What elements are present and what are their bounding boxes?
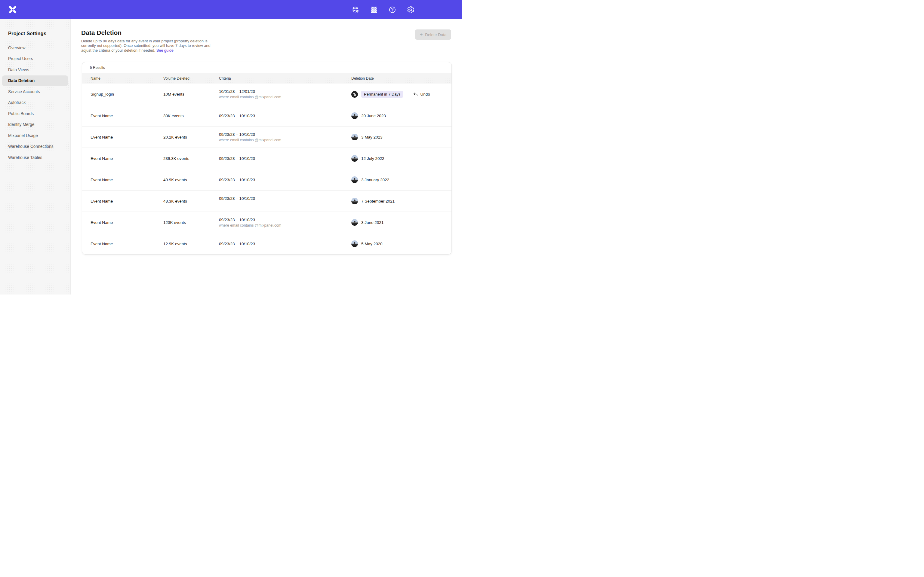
- avatar: [351, 113, 358, 119]
- deletion-date-label: 12 July 2022: [361, 156, 384, 161]
- sidebar-item-autotrack[interactable]: Autotrack: [2, 97, 68, 108]
- deletion-date-label: 3 May 2023: [361, 135, 383, 139]
- row-criteria-filter: [219, 202, 351, 206]
- column-header-deletion-date: Deletion Date: [351, 76, 451, 81]
- sidebar-item-warehouse-tables[interactable]: Warehouse Tables: [2, 152, 68, 163]
- row-criteria-range: 09/23/23 – 10/10/23: [219, 196, 351, 201]
- sidebar-item-identity-merge[interactable]: Identity Merge: [2, 119, 68, 131]
- sidebar-item-label: Data Views: [8, 68, 29, 72]
- help-icon[interactable]: [389, 6, 396, 13]
- row-deletion-date: 5 May 2020: [351, 240, 451, 247]
- delete-data-button[interactable]: + Delete Data: [415, 29, 451, 40]
- undo-button[interactable]: Undo: [413, 92, 430, 97]
- sidebar-item-project-users[interactable]: Project Users: [2, 53, 68, 64]
- row-volume-deleted: 48.3K events: [163, 199, 219, 203]
- table-row: Event Name 12.9K events 09/23/23 – 10/10…: [82, 233, 451, 254]
- row-volume-deleted: 123K events: [163, 220, 219, 225]
- avatar: [351, 134, 358, 140]
- row-event-name: Event Name: [90, 135, 163, 139]
- table-row: Event Name 49.9K events 09/23/23 – 10/10…: [82, 169, 451, 190]
- column-header-volume-deleted: Volume Deleted: [163, 76, 219, 81]
- row-volume-deleted: 49.9K events: [163, 177, 219, 182]
- row-criteria-filter: where email contains @mixpanel.com: [219, 95, 351, 99]
- row-deletion-date: 7 September 2021: [351, 198, 451, 205]
- row-event-name: Event Name: [90, 156, 163, 161]
- sidebar-item-label: Mixpanel Usage: [8, 134, 38, 138]
- sidebar-item-overview[interactable]: Overview: [2, 42, 68, 53]
- row-criteria: 09/23/23 – 10/10/23: [219, 196, 351, 206]
- sidebar-item-label: Autotrack: [8, 100, 26, 105]
- row-criteria-filter: where email contains @mixpanel.com: [219, 223, 351, 227]
- row-volume-deleted: 30K events: [163, 114, 219, 118]
- row-deletion-date: 3 May 2023: [351, 134, 451, 140]
- deletion-date-label: 5 May 2020: [361, 242, 383, 246]
- row-event-name: Signup_login: [90, 92, 163, 97]
- deletion-date-label: 3 January 2022: [361, 177, 389, 182]
- delete-data-button-label: Delete Data: [425, 32, 446, 37]
- row-event-name: Event Name: [90, 114, 163, 118]
- sidebar-item-data-views[interactable]: Data Views: [2, 64, 68, 76]
- table-header-row: Name Volume Deleted Criteria Deletion Da…: [82, 73, 451, 84]
- sidebar-item-service-accounts[interactable]: Service Accounts: [2, 86, 68, 97]
- deletion-requests-card: 5 Results Name Volume Deleted Criteria D…: [82, 62, 452, 255]
- row-deletion-date: 3 June 2021: [351, 219, 451, 226]
- mixpanel-logo-icon[interactable]: [8, 5, 17, 14]
- sidebar-item-label: Identity Merge: [8, 122, 34, 127]
- row-event-name: Event Name: [90, 177, 163, 182]
- page-description-text: Delete up to 90 days data for any event …: [81, 39, 210, 53]
- table-row: Event Name 48.3K events 09/23/23 – 10/10…: [82, 190, 451, 211]
- apps-grid-icon[interactable]: [370, 6, 378, 13]
- table-row: Event Name 20.2K events 09/23/23 – 10/10…: [82, 126, 451, 148]
- row-criteria-range: 10/01/23 – 12/01/23: [219, 89, 351, 94]
- sidebar-item-mixpanel-usage[interactable]: Mixpanel Usage: [2, 130, 68, 141]
- row-deletion-date: 3 January 2022: [351, 176, 451, 183]
- sidebar-item-warehouse-connections[interactable]: Warehouse Connections: [2, 141, 68, 152]
- row-criteria-range: 09/23/23 – 10/10/23: [219, 177, 351, 182]
- row-criteria-range: 09/23/23 – 10/10/23: [219, 114, 351, 118]
- sidebar-item-public-boards[interactable]: Public Boards: [2, 108, 68, 119]
- see-guide-link[interactable]: See guide: [157, 48, 174, 53]
- main-content: Data Deletion Delete up to 90 days data …: [71, 19, 462, 295]
- deletion-date-label: 20 June 2023: [361, 114, 386, 118]
- avatar: [351, 155, 358, 162]
- row-criteria-range: 09/23/23 – 10/10/23: [219, 218, 351, 222]
- settings-sidebar: Project Settings Overview Project Users …: [0, 19, 71, 295]
- row-criteria-range: 09/23/23 – 10/10/23: [219, 132, 351, 137]
- row-criteria-range: 09/23/23 – 10/10/23: [219, 242, 351, 246]
- settings-gear-icon[interactable]: [407, 6, 415, 13]
- row-event-name: Event Name: [90, 199, 163, 203]
- avatar: [351, 176, 358, 183]
- sidebar-items: Overview Project Users Data Views Data D…: [0, 42, 70, 163]
- table-body: Signup_login 10M events 10/01/23 – 12/01…: [82, 84, 451, 254]
- row-criteria: 09/23/23 – 10/10/23 where email contains…: [219, 132, 351, 142]
- row-volume-deleted: 20.2K events: [163, 135, 219, 139]
- row-volume-deleted: 12.9K events: [163, 242, 219, 246]
- plus-icon: +: [420, 32, 423, 37]
- avatar: [351, 219, 358, 226]
- row-deletion-date: 20 June 2023: [351, 113, 451, 119]
- undo-label: Undo: [420, 92, 430, 97]
- sidebar-item-label: Warehouse Connections: [8, 144, 53, 149]
- sidebar-item-label: Project Users: [8, 56, 33, 61]
- table-row: Event Name 239.3K events 09/23/23 – 10/1…: [82, 148, 451, 169]
- sidebar-item-label: Overview: [8, 46, 26, 50]
- sidebar-item-label: Data Deletion: [8, 79, 35, 83]
- table-row: Signup_login 10M events 10/01/23 – 12/01…: [82, 84, 451, 105]
- row-criteria-filter: where email contains @mixpanel.com: [219, 138, 351, 142]
- row-deletion-date: Permanent in 7 Days Undo: [351, 91, 451, 98]
- sidebar-item-data-deletion[interactable]: Data Deletion: [2, 76, 68, 87]
- deletion-date-label: 7 September 2021: [361, 199, 395, 203]
- row-deletion-date: 12 July 2022: [351, 155, 451, 162]
- deletion-date-label: 3 June 2021: [361, 220, 383, 225]
- data-settings-icon[interactable]: [352, 6, 359, 13]
- results-count: 5 Results: [82, 62, 451, 73]
- avatar: [351, 198, 358, 205]
- table-row: Event Name 123K events 09/23/23 – 10/10/…: [82, 211, 451, 233]
- row-criteria: 10/01/23 – 12/01/23 where email contains…: [219, 89, 351, 99]
- table-row: Event Name 30K events 09/23/23 – 10/10/2…: [82, 105, 451, 126]
- row-volume-deleted: 239.3K events: [163, 156, 219, 161]
- avatar: [351, 91, 358, 98]
- sidebar-title: Project Settings: [8, 31, 70, 36]
- row-event-name: Event Name: [90, 220, 163, 225]
- page-description: Delete up to 90 days data for any event …: [81, 39, 217, 53]
